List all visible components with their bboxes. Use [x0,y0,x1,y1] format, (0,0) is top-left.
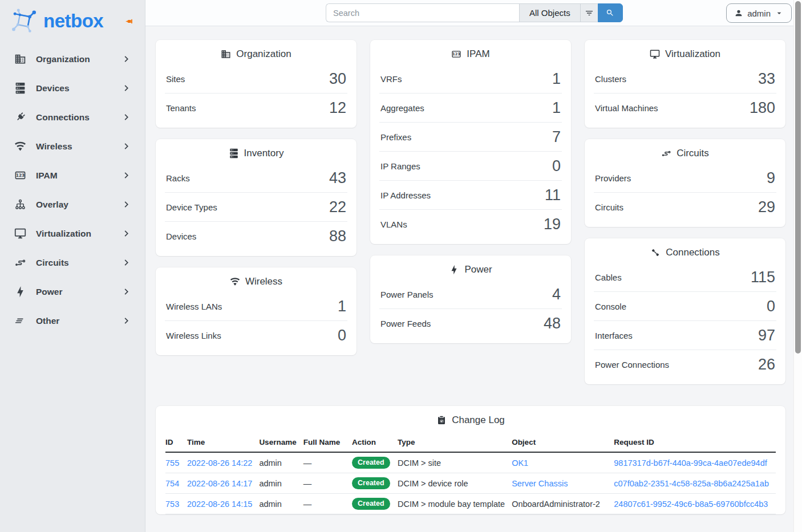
column-header-type: Type [398,433,512,452]
scrollbar-thumb[interactable] [795,1,801,354]
sidebar-item-connections[interactable]: Connections [8,106,137,128]
stat-value: 180 [750,99,775,116]
clipboard-clock-icon [436,415,447,425]
cell-time: 2022-08-26 14:15 [187,494,260,514]
sidebar-item-overlay[interactable]: Overlay [8,193,137,216]
stat-row-virtual-machines[interactable]: Virtual Machines180 [594,93,776,122]
stat-row-sites[interactable]: Sites30 [165,64,347,93]
card-title: Power [464,264,492,275]
card-title: Circuits [677,148,709,159]
wifi-icon [230,277,240,287]
card-body: Wireless LANs1Wireless Links0 [156,291,357,355]
stat-row-aggregates[interactable]: Aggregates1 [379,93,562,122]
stat-row-clusters[interactable]: Clusters33 [594,64,776,93]
column-header-username: Username [259,433,303,452]
id-link[interactable]: 755 [165,458,179,468]
sidebar-item-other[interactable]: Other [8,310,137,332]
sidebar-item-circuits[interactable]: Circuits [8,251,137,274]
time-link[interactable]: 2022-08-26 14:22 [187,458,253,468]
filter-button[interactable] [580,3,598,22]
stat-label: Cables [595,273,622,282]
stat-label: Aggregates [380,103,424,113]
search-scope-button[interactable]: All Objects [519,3,580,22]
stat-row-console[interactable]: Console0 [594,291,776,320]
card-title: Virtualization [665,48,720,60]
stat-row-power-connections[interactable]: Power Connections26 [594,350,776,379]
stat-label: Wireless LANs [166,302,222,311]
stat-row-vlans[interactable]: VLANs19 [379,209,562,238]
card-power: PowerPower Panels4Power Feeds48 [370,255,571,343]
column-header-full-name: Full Name [303,433,352,452]
server-icon [229,148,239,159]
type-text: DCIM > site [398,458,441,468]
sidebar-item-label: Power [36,287,111,297]
counter-icon: 123 [14,169,26,181]
top-navbar: All Objects admin [145,0,802,26]
request-id-link[interactable]: 24807c61-9952-49c6-b8a5-69760bfcc4b3 [614,499,768,509]
stat-row-wireless-lans[interactable]: Wireless LANs1 [165,292,347,320]
card-change-log: Change Log IDTimeUsernameFull NameAction… [156,406,785,514]
stat-row-circuits[interactable]: Circuits29 [594,192,776,221]
sidebar-item-power[interactable]: Power [8,281,137,303]
sidebar-item-label: Wireless [36,141,111,152]
stat-value: 22 [329,198,346,216]
stat-label: Providers [595,173,631,183]
card-body: Providers9Circuits29 [585,163,785,227]
time-link[interactable]: 2022-08-26 14:17 [187,479,253,488]
id-link[interactable]: 753 [165,499,179,509]
scrollbar[interactable] [793,0,802,532]
cell-full-name: — [303,494,352,514]
stat-row-ip-addresses[interactable]: IP Addresses11 [379,180,562,209]
menu-lines-icon [14,315,26,327]
stat-row-providers[interactable]: Providers9 [594,164,776,192]
sidebar-item-wireless[interactable]: Wireless [8,135,137,157]
object-link[interactable]: OK1 [512,458,528,468]
request-id-link[interactable]: c07f0ab2-2351-4c58-825a-8b6a2425a1ab [614,479,769,488]
sidebar-item-devices[interactable]: Devices [8,77,137,99]
user-menu-button[interactable]: admin [726,3,792,23]
card-header: Wireless [156,267,357,291]
request-id-link[interactable]: 9817317d-b67f-440a-99ca-4ae07ede94df [614,458,767,468]
sidebar-item-organization[interactable]: Organization [8,48,137,70]
change-log-table: IDTimeUsernameFull NameActionTypeObjectR… [165,433,776,514]
tree-icon [14,198,26,210]
netbox-logo[interactable]: netbox [0,0,145,43]
stat-row-devices[interactable]: Devices88 [165,221,347,250]
sidebar-item-ipam[interactable]: 123IPAM [8,164,137,186]
card-body: Power Panels4Power Feeds48 [370,279,571,343]
column-header-object: Object [512,433,614,452]
stat-label: Circuits [595,202,623,212]
card-body: Clusters33Virtual Machines180 [585,63,785,128]
stat-value: 1 [552,99,561,116]
cell-action: Created [352,452,398,473]
chevron-down-icon [775,9,784,18]
stat-row-ip-ranges[interactable]: IP Ranges0 [379,151,562,180]
stat-row-power-panels[interactable]: Power Panels4 [379,280,562,308]
cell-object: Server Chassis [512,473,614,494]
stat-row-interfaces[interactable]: Interfaces97 [594,320,776,350]
stat-row-prefixes[interactable]: Prefixes7 [379,122,562,151]
stat-row-vrfs[interactable]: VRFs1 [379,64,562,93]
stat-row-tenants[interactable]: Tenants12 [165,93,347,122]
card-title: Inventory [244,148,284,159]
transit-icon [14,257,26,269]
pin-sidebar-icon[interactable] [124,17,134,26]
search-submit-button[interactable] [598,3,623,22]
sidebar-item-virtualization[interactable]: Virtualization [8,222,137,245]
search-scope-label: All Objects [529,8,570,18]
stat-label: Power Connections [595,360,669,369]
stat-row-power-feeds[interactable]: Power Feeds48 [379,308,562,338]
stat-row-cables[interactable]: Cables115 [594,263,776,291]
time-link[interactable]: 2022-08-26 14:15 [187,499,253,509]
stat-value: 0 [767,298,775,315]
building-icon [14,53,26,65]
stat-value: 26 [758,356,775,373]
stat-row-racks[interactable]: Racks43 [165,164,347,192]
search-input[interactable] [326,3,519,22]
id-link[interactable]: 754 [165,479,179,488]
object-link[interactable]: Server Chassis [512,479,568,488]
stat-row-wireless-links[interactable]: Wireless Links0 [165,320,347,350]
stat-row-device-types[interactable]: Device Types22 [165,192,347,221]
bolt-icon [449,265,459,275]
stat-label: Virtual Machines [595,103,658,113]
